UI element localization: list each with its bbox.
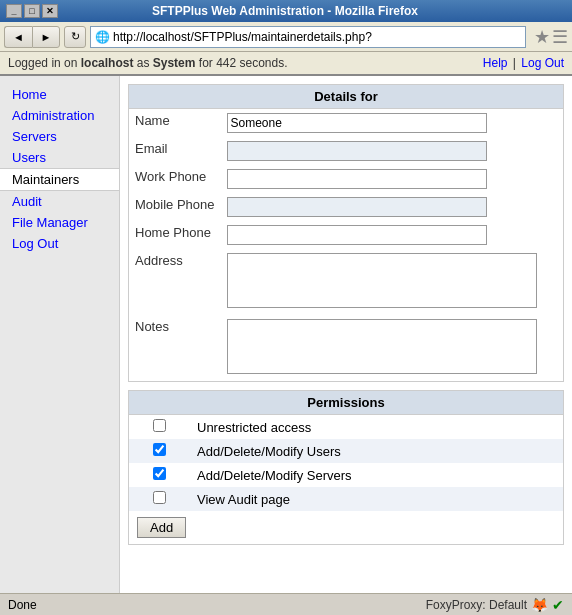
notes-textarea[interactable] (227, 319, 537, 374)
perm-row-unrestricted: Unrestricted access (129, 415, 563, 439)
field-address-label: Address (129, 249, 221, 315)
field-address: Address (129, 249, 563, 315)
sidebar-item-administration[interactable]: Administration (0, 105, 119, 126)
perm-row-servers: Add/Delete/Modify Servers (129, 463, 563, 487)
help-link[interactable]: Help (483, 56, 508, 70)
status-links: Help | Log Out (483, 56, 564, 70)
field-address-value[interactable] (221, 249, 564, 315)
field-work-phone: Work Phone (129, 165, 563, 193)
sidebar: Home Administration Servers Users Mainta… (0, 76, 120, 593)
link-separator: | (513, 56, 516, 70)
field-home-phone-value[interactable] (221, 221, 564, 249)
field-email: Email (129, 137, 563, 165)
add-button-row: Add (129, 511, 563, 544)
title-bar: _ □ ✕ SFTPPlus Web Administration - Mozi… (0, 0, 572, 22)
perm-row-audit: View Audit page (129, 487, 563, 511)
forward-button[interactable]: ► (32, 26, 60, 48)
name-input[interactable] (227, 113, 487, 133)
perm-label-audit: View Audit page (189, 487, 563, 511)
field-mobile-phone-label: Mobile Phone (129, 193, 221, 221)
field-mobile-phone: Mobile Phone (129, 193, 563, 221)
foxyproxy-status-icon: ✔ (552, 597, 564, 613)
back-button[interactable]: ◄ (4, 26, 32, 48)
permissions-section: Permissions Unrestricted access Add/Dele… (128, 390, 564, 545)
field-name: Name (129, 109, 563, 137)
field-work-phone-label: Work Phone (129, 165, 221, 193)
refresh-button[interactable]: ↻ (64, 26, 86, 48)
field-mobile-phone-value[interactable] (221, 193, 564, 221)
home-phone-input[interactable] (227, 225, 487, 245)
toolbar: ◄ ► ↻ 🌐 ★ ☰ (0, 22, 572, 52)
address-input[interactable] (113, 30, 521, 44)
field-home-phone-label: Home Phone (129, 221, 221, 249)
perm-row-users: Add/Delete/Modify Users (129, 439, 563, 463)
foxyproxy-area: FoxyProxy: Default 🦊 ✔ (426, 597, 564, 613)
perm-checkbox-cell-3[interactable] (129, 463, 189, 487)
bottom-status-bar: Done FoxyProxy: Default 🦊 ✔ (0, 593, 572, 615)
status-done-text: Done (8, 598, 37, 612)
work-phone-input[interactable] (227, 169, 487, 189)
field-name-value[interactable] (221, 109, 564, 137)
field-email-label: Email (129, 137, 221, 165)
sidebar-item-maintainers: Maintainers (0, 168, 119, 191)
address-textarea[interactable] (227, 253, 537, 308)
field-notes-value[interactable] (221, 315, 564, 381)
for-text: for 442 seconds. (195, 56, 287, 70)
sidebar-item-users[interactable]: Users (0, 147, 119, 168)
sidebar-item-audit[interactable]: Audit (0, 191, 119, 212)
field-home-phone: Home Phone (129, 221, 563, 249)
field-work-phone-value[interactable] (221, 165, 564, 193)
logout-link[interactable]: Log Out (521, 56, 564, 70)
field-notes-label: Notes (129, 315, 221, 381)
details-form-table: Name Email Work Phone (129, 109, 563, 381)
perm-checkbox-unrestricted[interactable] (153, 419, 166, 432)
perm-checkbox-cell-1[interactable] (129, 415, 189, 439)
permissions-section-header: Permissions (129, 391, 563, 415)
sidebar-item-file-manager[interactable]: File Manager (0, 212, 119, 233)
foxyproxy-icon: 🦊 (531, 597, 548, 613)
address-bar[interactable]: 🌐 (90, 26, 526, 48)
minimize-button[interactable]: _ (6, 4, 22, 18)
field-email-value[interactable] (221, 137, 564, 165)
perm-checkbox-cell-4[interactable] (129, 487, 189, 511)
logged-in-prefix: Logged in on (8, 56, 81, 70)
email-input[interactable] (227, 141, 487, 161)
star-icon: ★ (534, 26, 550, 48)
main-area: Home Administration Servers Users Mainta… (0, 76, 572, 593)
perm-checkbox-users[interactable] (153, 443, 166, 456)
hostname: localhost (81, 56, 134, 70)
as-text: as (133, 56, 152, 70)
content-area: Details for Name Email Work Phone (120, 76, 572, 593)
maximize-button[interactable]: □ (24, 4, 40, 18)
perm-checkbox-servers[interactable] (153, 467, 166, 480)
page-icon: 🌐 (95, 30, 110, 44)
close-button[interactable]: ✕ (42, 4, 58, 18)
add-button[interactable]: Add (137, 517, 186, 538)
window-title: SFTPPlus Web Administration - Mozilla Fi… (58, 4, 512, 18)
details-section-header: Details for (129, 85, 563, 109)
permissions-table: Unrestricted access Add/Delete/Modify Us… (129, 415, 563, 511)
perm-label-unrestricted: Unrestricted access (189, 415, 563, 439)
nav-button-group: ◄ ► (4, 26, 60, 48)
perm-label-users: Add/Delete/Modify Users (189, 439, 563, 463)
perm-checkbox-cell-2[interactable] (129, 439, 189, 463)
perm-label-servers: Add/Delete/Modify Servers (189, 463, 563, 487)
login-status-text: Logged in on localhost as System for 442… (8, 56, 288, 70)
sidebar-item-servers[interactable]: Servers (0, 126, 119, 147)
field-name-label: Name (129, 109, 221, 137)
sidebar-item-logout[interactable]: Log Out (0, 233, 119, 254)
sidebar-item-home[interactable]: Home (0, 84, 119, 105)
details-section: Details for Name Email Work Phone (128, 84, 564, 382)
login-status-bar: Logged in on localhost as System for 442… (0, 52, 572, 76)
menu-icon[interactable]: ☰ (552, 26, 568, 48)
mobile-phone-input[interactable] (227, 197, 487, 217)
field-notes: Notes (129, 315, 563, 381)
foxyproxy-text: FoxyProxy: Default (426, 598, 527, 612)
perm-checkbox-audit[interactable] (153, 491, 166, 504)
username: System (153, 56, 196, 70)
